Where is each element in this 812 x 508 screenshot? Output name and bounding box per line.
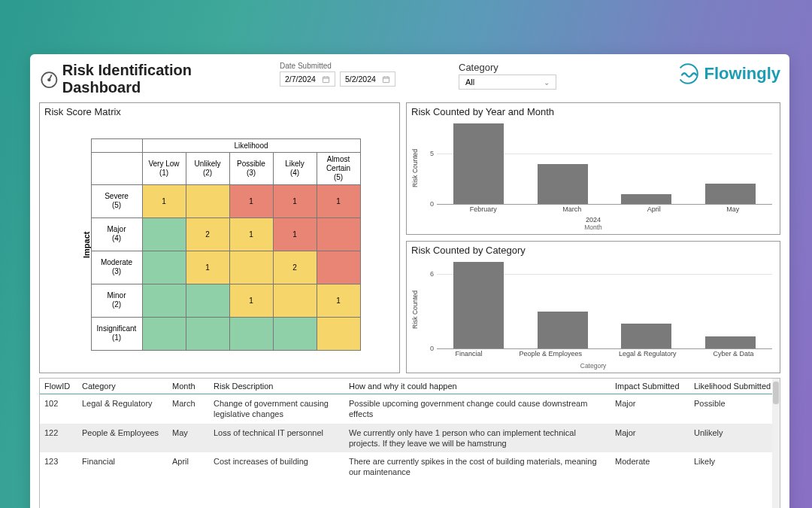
x-axis-label: Category [411, 362, 775, 370]
matrix-cell[interactable] [142, 251, 186, 284]
y-tick: 5 [419, 150, 434, 157]
matrix-cell[interactable] [142, 217, 186, 251]
chart-bar[interactable] [705, 336, 756, 348]
chevron-down-icon: ⌄ [544, 78, 550, 87]
matrix-cell[interactable] [186, 284, 229, 317]
chart-bar[interactable] [621, 324, 671, 348]
y-axis-label: Risk Counted [411, 119, 419, 217]
table-cell: Financial [77, 452, 168, 482]
matrix-cell[interactable] [273, 317, 317, 350]
matrix-row-header: Major(4) [91, 217, 142, 251]
table-cell: Moderate [611, 452, 689, 482]
chart-by-category: Risk Counted by Category Risk Counted 06… [406, 241, 780, 373]
table-cell: April [168, 452, 209, 482]
flowingly-icon [676, 62, 700, 86]
x-tick: February [470, 205, 497, 213]
category-select[interactable]: All ⌄ [459, 75, 556, 90]
matrix-cell[interactable]: 1 [317, 284, 360, 317]
risk-table[interactable]: FlowIDCategoryMonthRisk DescriptionHow a… [40, 379, 780, 482]
table-row[interactable]: 102Legal & RegulatoryMarchChange of gove… [40, 394, 780, 424]
chart-plot-area[interactable]: 06FinancialPeople & EmployeesLegal & Reg… [419, 257, 775, 362]
matrix-cell[interactable]: 1 [273, 184, 317, 217]
chart-bar[interactable] [538, 312, 588, 348]
chart-title: Risk Counted by Category [411, 245, 775, 256]
table-cell: Possible upcoming government change coul… [344, 394, 611, 424]
table-header[interactable]: How and why it could happen [344, 379, 611, 394]
matrix-cell[interactable]: 2 [186, 217, 229, 251]
scrollbar[interactable] [772, 379, 780, 508]
date-to-input[interactable]: 5/2/2024 [340, 71, 395, 87]
chart-bar[interactable] [705, 184, 756, 204]
x-tick: People & Employees [519, 350, 582, 357]
matrix-cell[interactable]: 1 [229, 217, 273, 251]
table-header[interactable]: Impact Submitted [611, 379, 689, 394]
table-cell: Major [611, 424, 689, 453]
y-axis-label: Risk Counted [411, 257, 419, 362]
table-header[interactable]: Category [77, 379, 168, 394]
matrix-cell[interactable] [317, 317, 360, 350]
risk-table-panel: FlowIDCategoryMonthRisk DescriptionHow a… [39, 378, 780, 508]
x-tick: May [726, 205, 739, 213]
matrix-col-header: Unlikely(2) [186, 152, 229, 184]
table-cell: 122 [40, 424, 77, 453]
x-tick: Cyber & Data [713, 350, 753, 357]
matrix-cell[interactable] [229, 251, 273, 284]
table-header[interactable]: Month [168, 379, 209, 394]
x-tick: Financial [455, 350, 482, 357]
date-filter: Date Submitted 2/7/2024 5/2/2024 [280, 62, 395, 87]
charts-column: Risk Counted by Year and Month Risk Coun… [406, 102, 780, 373]
matrix-row-header: Minor(2) [91, 284, 142, 317]
chart-plot-area[interactable]: 05FebruaryMarchAprilMay [419, 119, 775, 217]
y-tick: 0 [419, 345, 434, 352]
scrollbar-thumb[interactable] [773, 382, 779, 404]
likelihood-axis-label: Likelihood [142, 138, 360, 152]
table-header[interactable]: Risk Description [209, 379, 344, 394]
x-tick: Legal & Regulatory [619, 350, 677, 357]
matrix-cell[interactable]: 1 [186, 251, 229, 284]
chart-bar[interactable] [453, 262, 504, 348]
table-header[interactable]: Likelihood Submitted [689, 379, 780, 394]
matrix-cell[interactable] [229, 317, 273, 350]
table-cell: 102 [40, 394, 77, 424]
chart-bar[interactable] [453, 123, 504, 204]
matrix-cell[interactable] [317, 251, 360, 284]
matrix-cell[interactable]: 1 [317, 184, 360, 217]
category-filter: Category All ⌄ [459, 62, 556, 90]
matrix-cell[interactable]: 1 [273, 217, 317, 251]
main-content: Risk Score Matrix Impact Likelihood Very… [39, 102, 780, 373]
matrix-cell[interactable] [317, 217, 360, 251]
date-filter-label: Date Submitted [280, 62, 395, 70]
svg-point-1 [48, 79, 50, 81]
matrix-cell[interactable]: 1 [229, 184, 273, 217]
matrix-cell[interactable] [186, 184, 229, 217]
table-header[interactable]: FlowID [40, 379, 77, 394]
matrix-cell[interactable]: 1 [142, 184, 186, 217]
x-tick: March [562, 205, 581, 213]
matrix-row-header: Insignificant(1) [91, 317, 142, 350]
matrix-cell[interactable] [273, 284, 317, 317]
x-axis-label: Month [411, 224, 775, 231]
svg-rect-3 [383, 77, 389, 82]
chart-bar[interactable] [621, 194, 671, 204]
date-from-input[interactable]: 2/7/2024 [280, 71, 335, 87]
matrix-cell[interactable]: 2 [273, 251, 317, 284]
dashboard: Risk Identification Dashboard Date Submi… [30, 54, 789, 508]
matrix-cell[interactable] [186, 317, 229, 350]
matrix-col-header: Very Low(1) [142, 152, 186, 184]
matrix-cell[interactable]: 1 [229, 284, 273, 317]
table-cell: There are currently spikes in the cost o… [344, 452, 611, 482]
table-row[interactable]: 123FinancialAprilCost increases of build… [40, 452, 780, 482]
table-row[interactable]: 122People & EmployeesMayLoss of technica… [40, 424, 780, 453]
matrix-col-header: Almost Certain(5) [317, 152, 360, 184]
risk-matrix: Likelihood Very Low(1)Unlikely(2)Possibl… [91, 138, 361, 351]
table-cell: Change of government causing legislative… [209, 394, 344, 424]
risk-matrix-panel: Risk Score Matrix Impact Likelihood Very… [39, 102, 400, 373]
matrix-cell[interactable] [142, 284, 186, 317]
table-cell: May [168, 424, 209, 453]
table-cell: Likely [689, 452, 780, 482]
matrix-col-header: Likely(4) [273, 152, 317, 184]
chart-bar[interactable] [538, 164, 588, 205]
matrix-row-header: Moderate(3) [91, 251, 142, 284]
matrix-cell[interactable] [142, 317, 186, 350]
table-cell: Loss of technical IT personnel [209, 424, 344, 453]
